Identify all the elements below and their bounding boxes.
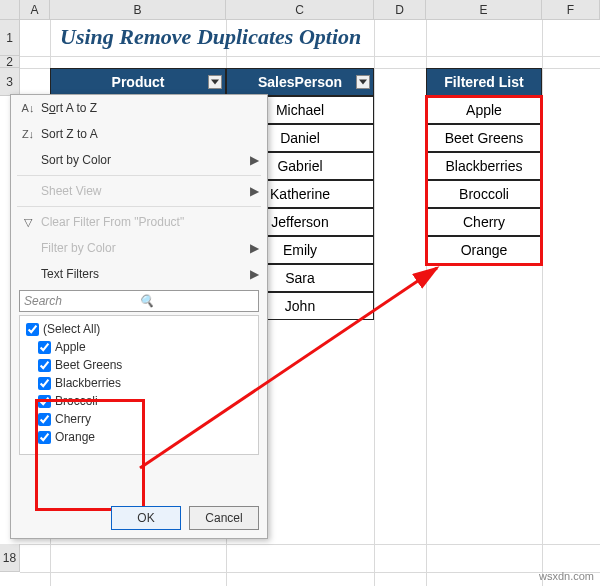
search-placeholder: Search (24, 294, 139, 308)
check-item-label: Cherry (55, 412, 91, 426)
menu-sheet-view-label: Sheet View (41, 184, 250, 198)
filtered-cell[interactable]: Apple (426, 96, 542, 124)
menu-text-filters-label: Text Filters (41, 267, 250, 281)
checkbox[interactable] (38, 413, 51, 426)
menu-filter-color: Filter by Color ▶ (11, 235, 267, 261)
check-select-all[interactable]: (Select All) (26, 320, 252, 338)
check-item-label: Broccoli (55, 394, 98, 408)
search-input[interactable]: Search 🔍 (19, 290, 259, 312)
chevron-right-icon: ▶ (250, 153, 259, 167)
chevron-right-icon: ▶ (250, 267, 259, 281)
header-product: Product (50, 68, 226, 96)
checkbox[interactable] (38, 359, 51, 372)
check-item[interactable]: Broccoli (38, 392, 252, 410)
check-item-label: Beet Greens (55, 358, 122, 372)
checkbox-select-all[interactable] (26, 323, 39, 336)
menu-sort-color[interactable]: Sort by Color ▶ (11, 147, 267, 173)
chevron-down-icon (359, 79, 367, 85)
cancel-button[interactable]: Cancel (189, 506, 259, 530)
check-item[interactable]: Beet Greens (38, 356, 252, 374)
menu-text-filters[interactable]: Text Filters ▶ (11, 261, 267, 287)
checkbox[interactable] (38, 395, 51, 408)
check-item-label: Apple (55, 340, 86, 354)
check-item[interactable]: Blackberries (38, 374, 252, 392)
menu-sort-za-label: Sort Z to A (41, 127, 259, 141)
page-title: Using Remove Duplicates Option (60, 24, 361, 50)
row-1[interactable]: 1 (0, 20, 20, 56)
filter-menu: A↓ Sort A to Z Z↓ Sort Z to A Sort by Co… (10, 94, 268, 539)
filtered-cell[interactable]: Blackberries (426, 152, 542, 180)
menu-clear-filter: ▽ Clear Filter From "Product" (11, 209, 267, 235)
filtered-cell[interactable]: Orange (426, 236, 542, 264)
check-item-label: Orange (55, 430, 95, 444)
clear-filter-icon: ▽ (19, 216, 37, 229)
watermark: wsxdn.com (539, 570, 594, 582)
row-2[interactable]: 2 (0, 56, 20, 68)
filter-button-salesperson[interactable] (356, 75, 370, 89)
corner-cell (0, 0, 20, 20)
row-18[interactable]: 18 (0, 544, 20, 572)
filtered-cell[interactable]: Cherry (426, 208, 542, 236)
menu-clear-filter-label: Clear Filter From "Product" (41, 215, 259, 229)
menu-sort-color-label: Sort by Color (41, 153, 250, 167)
chevron-down-icon (211, 79, 219, 85)
header-salesperson-label: SalesPerson (258, 74, 342, 90)
checkbox[interactable] (38, 431, 51, 444)
search-icon: 🔍 (139, 294, 254, 308)
col-A[interactable]: A (20, 0, 50, 20)
menu-sort-az[interactable]: A↓ Sort A to Z (11, 95, 267, 121)
header-filtered-label: Filtered List (444, 74, 523, 90)
ok-button[interactable]: OK (111, 506, 181, 530)
filtered-cell[interactable]: Broccoli (426, 180, 542, 208)
check-select-all-label: (Select All) (43, 322, 100, 336)
check-item[interactable]: Cherry (38, 410, 252, 428)
col-C[interactable]: C (226, 0, 374, 20)
header-product-label: Product (112, 74, 165, 90)
filtered-cell[interactable]: Beet Greens (426, 124, 542, 152)
row-3[interactable]: 3 (0, 68, 20, 96)
col-F[interactable]: F (542, 0, 600, 20)
menu-sheet-view: Sheet View ▶ (11, 178, 267, 204)
checkbox[interactable] (38, 377, 51, 390)
col-D[interactable]: D (374, 0, 426, 20)
col-B[interactable]: B (50, 0, 226, 20)
sort-za-icon: Z↓ (19, 128, 37, 140)
checkbox[interactable] (38, 341, 51, 354)
check-item-label: Blackberries (55, 376, 121, 390)
header-filtered: Filtered List (426, 68, 542, 96)
filter-checklist: (Select All) AppleBeet GreensBlackberrie… (19, 315, 259, 455)
menu-filter-color-label: Filter by Color (41, 241, 250, 255)
header-salesperson: SalesPerson (226, 68, 374, 96)
col-E[interactable]: E (426, 0, 542, 20)
sort-az-icon: A↓ (19, 102, 37, 114)
menu-sort-za[interactable]: Z↓ Sort Z to A (11, 121, 267, 147)
menu-sort-az-label: Sort A to Z (41, 101, 259, 115)
filter-button-product[interactable] (208, 75, 222, 89)
check-item[interactable]: Orange (38, 428, 252, 446)
check-item[interactable]: Apple (38, 338, 252, 356)
